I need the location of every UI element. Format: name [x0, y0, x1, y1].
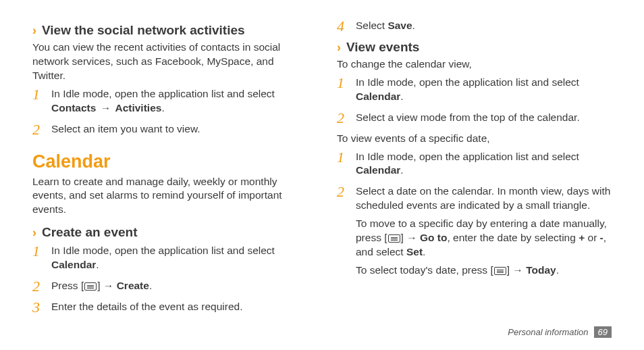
page-footer: Personal information 69 [508, 326, 612, 338]
step-number: 1 [32, 241, 40, 261]
step-text: In Idle mode, open the application list … [356, 76, 579, 102]
step-number: 3 [32, 297, 40, 318]
step-number: 4 [337, 16, 344, 36]
create-event-steps-cont: 4 Select Save. [337, 19, 612, 33]
menu-icon [494, 267, 506, 275]
footer-section: Personal information [508, 327, 588, 337]
subhead-view-events: › View events [337, 40, 612, 55]
step-text: Select Save. [356, 20, 415, 31]
step-text: Select a view mode from the top of the c… [356, 111, 580, 123]
subhead-title: View events [346, 40, 419, 55]
step-number: 1 [32, 84, 40, 105]
step-item: 2 Select a date on the calendar. In mont… [337, 184, 612, 278]
step-item: 2 Select an item you want to view. [32, 122, 307, 136]
step-item: 4 Select Save. [337, 19, 612, 33]
step-subtext: To move to a specific day by entering a … [356, 217, 612, 259]
step-number: 2 [337, 182, 344, 202]
calendar-heading: Calendar [32, 151, 307, 172]
social-steps: 1 In Idle mode, open the application lis… [32, 87, 307, 136]
step-number: 2 [32, 276, 40, 297]
step-text: In Idle mode, open the application list … [51, 245, 275, 270]
step-text: Press [] → Create. [51, 280, 152, 291]
step-item: 3 Enter the details of the event as requ… [32, 300, 307, 314]
step-item: 1 In Idle mode, open the application lis… [337, 150, 612, 178]
step-number: 2 [32, 120, 40, 140]
subhead-create-event: › Create an event [32, 225, 307, 240]
subhead-social-activities: › View the social network activities [32, 23, 307, 38]
step-text: In Idle mode, open the application list … [356, 151, 579, 176]
view-events-intro1: To change the calendar view, [337, 57, 612, 72]
step-text: Select an item you want to view. [51, 123, 200, 134]
page-number: 69 [594, 326, 612, 338]
step-number: 1 [337, 147, 344, 168]
chevron-right-icon: › [337, 41, 341, 53]
left-column: › View the social network activities You… [32, 19, 307, 321]
step-number: 2 [337, 108, 344, 128]
step-item: 1 In Idle mode, open the application lis… [32, 244, 307, 272]
view-events-steps-b: 1 In Idle mode, open the application lis… [337, 150, 612, 278]
chevron-right-icon: › [32, 24, 36, 36]
page-columns: › View the social network activities You… [32, 19, 612, 321]
step-text: In Idle mode, open the application list … [51, 88, 275, 114]
step-number: 1 [337, 73, 344, 93]
subhead-title: View the social network activities [42, 23, 245, 38]
step-item: 1 In Idle mode, open the application lis… [337, 76, 612, 104]
step-item: 2 Select a view mode from the top of the… [337, 111, 612, 125]
right-column: 4 Select Save. › View events To change t… [337, 19, 612, 321]
view-events-steps-a: 1 In Idle mode, open the application lis… [337, 76, 612, 125]
step-item: 1 In Idle mode, open the application lis… [32, 87, 307, 116]
chevron-right-icon: › [32, 226, 36, 239]
menu-icon [388, 234, 400, 243]
subhead-title: Create an event [42, 225, 138, 240]
menu-icon [84, 282, 97, 291]
step-text: Select a date on the calendar. In month … [356, 185, 612, 278]
step-text: Enter the details of the event as requir… [51, 301, 242, 312]
step-subtext: To select today's date, press [] → Today… [356, 264, 612, 278]
view-events-intro2: To view events of a specific date, [337, 132, 612, 146]
calendar-intro: Learn to create and manage daily, weekly… [32, 175, 307, 218]
create-event-steps: 1 In Idle mode, open the application lis… [32, 244, 307, 314]
step-item: 2 Press [] → Create. [32, 279, 307, 293]
social-intro: You can view the recent activities of co… [32, 41, 307, 83]
